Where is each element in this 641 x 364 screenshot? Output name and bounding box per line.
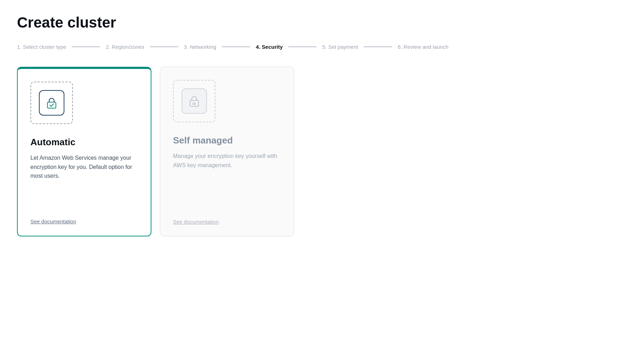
- step-6[interactable]: 6. Review and launch: [398, 44, 448, 50]
- self-managed-card-description: Manage your encryption key yourself with…: [173, 152, 281, 209]
- step-3-label: 3. Networking: [184, 44, 216, 50]
- automatic-card-description: Let Amazon Web Services manage your encr…: [30, 153, 138, 209]
- step-2-label: 2. Region/zones: [106, 44, 144, 50]
- automatic-card-title: Automatic: [30, 137, 138, 148]
- connector-2: [150, 47, 178, 47]
- step-2[interactable]: 2. Region/zones: [106, 44, 144, 50]
- security-options: Automatic Let Amazon Web Services manage…: [17, 67, 624, 236]
- connector-1: [72, 47, 100, 47]
- step-6-label: 6. Review and launch: [398, 44, 448, 50]
- self-managed-lock-icon: [181, 88, 207, 114]
- stepper: 1. Select cluster type 2. Region/zones 3…: [17, 44, 624, 50]
- automatic-card[interactable]: Automatic Let Amazon Web Services manage…: [17, 67, 151, 236]
- automatic-icon-wrapper: [30, 82, 73, 124]
- step-5[interactable]: 5. Set payment: [322, 44, 358, 50]
- self-managed-icon-wrapper: [173, 80, 215, 122]
- page-title: Create cluster: [17, 14, 624, 31]
- self-managed-card[interactable]: Self managed Manage your encryption key …: [160, 67, 294, 236]
- step-4-label: 4. Security: [256, 44, 283, 50]
- svg-rect-0: [47, 102, 56, 108]
- self-managed-doc-link[interactable]: See documentation: [173, 219, 281, 225]
- self-managed-card-title: Self managed: [173, 135, 281, 146]
- connector-5: [364, 47, 392, 47]
- connector-4: [288, 47, 317, 47]
- step-1-label: 1. Select cluster type: [17, 44, 66, 50]
- step-1[interactable]: 1. Select cluster type: [17, 44, 66, 50]
- step-4[interactable]: 4. Security: [256, 44, 283, 50]
- automatic-doc-link[interactable]: See documentation: [30, 218, 138, 224]
- step-3[interactable]: 3. Networking: [184, 44, 216, 50]
- automatic-lock-icon: [39, 90, 64, 116]
- connector-3: [222, 47, 250, 47]
- step-5-label: 5. Set payment: [322, 44, 358, 50]
